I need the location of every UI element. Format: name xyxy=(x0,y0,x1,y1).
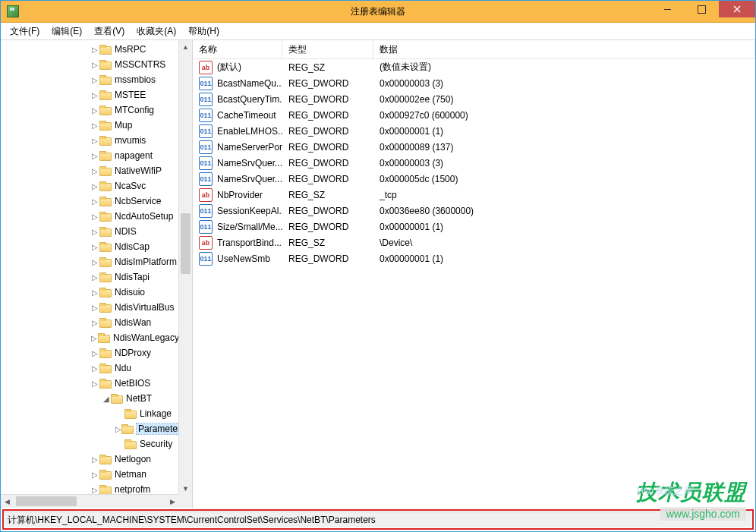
menu-help[interactable]: 帮助(H) xyxy=(182,24,225,39)
tree-item-mstee[interactable]: ▷MSTEE xyxy=(1,87,179,102)
tree-expander-icon[interactable]: ▷ xyxy=(90,486,99,494)
tree-expander-icon[interactable]: ▷ xyxy=(90,91,99,99)
column-header-name[interactable]: 名称 xyxy=(193,40,282,58)
tree-expander-icon[interactable]: ▷ xyxy=(90,228,99,236)
tree-expander-icon[interactable]: ◢ xyxy=(102,395,111,403)
list-row[interactable]: 011NameSrvQuer...REG_DWORD0x00000003 (3) xyxy=(193,155,755,171)
tree-expander-icon[interactable]: ▷ xyxy=(90,379,99,388)
tree-item-parameters[interactable]: ▷Parameters xyxy=(1,421,179,436)
tree-expander-icon[interactable]: ▷ xyxy=(90,106,99,115)
minimize-button[interactable] xyxy=(650,1,685,17)
tree-expander-icon[interactable]: ▷ xyxy=(90,334,98,342)
list-row[interactable]: abNbProviderREG_SZ_tcp xyxy=(193,187,755,203)
tree-item-netlogon[interactable]: ▷Netlogon xyxy=(1,452,179,467)
tree-item-mssmbios[interactable]: ▷mssmbios xyxy=(1,72,179,87)
scroll-thumb[interactable] xyxy=(16,496,77,506)
tree-item-ndiswanlegacy[interactable]: ▷NdisWanLegacy xyxy=(1,330,179,345)
tree-item-ncdautosetup[interactable]: ▷NcdAutoSetup xyxy=(1,209,179,224)
tree-item-msscntrs[interactable]: ▷MSSCNTRS xyxy=(1,57,179,72)
scroll-right-arrow-icon[interactable]: ▶ xyxy=(166,495,179,508)
tree-expander-icon[interactable]: ▷ xyxy=(115,425,121,433)
maximize-button[interactable] xyxy=(685,1,719,17)
list-row[interactable]: 011NameServerPortREG_DWORD0x00000089 (13… xyxy=(193,139,755,155)
list-row[interactable]: 011BcastQueryTim...REG_DWORD0x000002ee (… xyxy=(193,91,755,107)
tree-expander-icon[interactable]: ▷ xyxy=(90,273,99,282)
tree-item-netprofm[interactable]: ▷netprofm xyxy=(1,482,179,495)
tree-item-nativewifip[interactable]: ▷NativeWifiP xyxy=(1,163,179,178)
list-row[interactable]: 011CacheTimeoutREG_DWORD0x000927c0 (6000… xyxy=(193,107,755,123)
menu-favorites[interactable]: 收藏夹(A) xyxy=(131,24,182,39)
tree-expander-icon[interactable]: ▷ xyxy=(90,288,99,297)
scroll-left-arrow-icon[interactable]: ◀ xyxy=(1,495,14,508)
tree-item-ndisvirtualbus[interactable]: ▷NdisVirtualBus xyxy=(1,300,179,315)
scroll-corner xyxy=(179,495,192,508)
tree-expander-icon[interactable]: ▷ xyxy=(90,197,99,206)
tree-expander-icon[interactable]: ▷ xyxy=(90,212,99,221)
tree-expander-icon[interactable]: ▷ xyxy=(90,152,99,160)
tree-scroll[interactable]: ▷MsRPC▷MSSCNTRS▷mssmbios▷MSTEE▷MTConfig▷… xyxy=(1,40,179,495)
tree-expander-icon[interactable]: ▷ xyxy=(90,121,99,130)
tree-expander-icon[interactable]: ▷ xyxy=(90,349,99,357)
list-row[interactable]: 011Size/Small/Me...REG_DWORD0x00000001 (… xyxy=(193,219,755,235)
tree-item-ndu[interactable]: ▷Ndu xyxy=(1,360,179,376)
menu-edit[interactable]: 编辑(E) xyxy=(46,24,88,39)
tree-item-label: MsRPC xyxy=(115,44,146,55)
column-header-type[interactable]: 类型 xyxy=(282,40,373,58)
tree-expander-icon[interactable]: ▷ xyxy=(90,137,99,145)
list-row[interactable]: 011SessionKeepAl...REG_DWORD0x0036ee80 (… xyxy=(193,203,755,219)
close-button[interactable] xyxy=(719,1,755,17)
tree-item-netbios[interactable]: ▷NetBIOS xyxy=(1,376,179,391)
tree-item-netbt[interactable]: ◢NetBT xyxy=(1,391,179,406)
tree-item-linkage[interactable]: Linkage xyxy=(1,406,179,421)
scroll-down-arrow-icon[interactable]: ▼ xyxy=(179,482,192,495)
tree-expander-icon[interactable]: ▷ xyxy=(90,258,99,266)
folder-icon xyxy=(111,394,123,404)
list-row[interactable]: 011EnableLMHOS...REG_DWORD0x00000001 (1) xyxy=(193,123,755,139)
value-type: REG_DWORD xyxy=(282,222,373,232)
tree-item-ndproxy[interactable]: ▷NDProxy xyxy=(1,345,179,360)
value-name: BcastNameQu... xyxy=(217,78,282,89)
tree-expander-icon[interactable]: ▷ xyxy=(90,471,99,479)
tree-expander-icon[interactable]: ▷ xyxy=(90,304,99,312)
tree-expander-icon[interactable]: ▷ xyxy=(90,182,99,190)
tree-item-ndistapi[interactable]: ▷NdisTapi xyxy=(1,269,179,285)
list-row[interactable]: 011NameSrvQuer...REG_DWORD0x000005dc (15… xyxy=(193,171,755,187)
tree-item-netman[interactable]: ▷Netman xyxy=(1,467,179,482)
tree-expander-icon[interactable]: ▷ xyxy=(90,76,99,84)
list-row[interactable]: abTransportBind...REG_SZ\Device\ xyxy=(193,235,755,250)
tree-item-ndiswan[interactable]: ▷NdisWan xyxy=(1,315,179,330)
tree-item-napagent[interactable]: ▷napagent xyxy=(1,148,179,163)
tree-expander-icon[interactable]: ▷ xyxy=(90,167,99,175)
dword-value-icon: 011 xyxy=(199,124,213,138)
tree-expander-icon[interactable]: ▷ xyxy=(90,46,99,54)
tree-item-ndisimplatform[interactable]: ▷NdisImPlatform xyxy=(1,254,179,269)
tree-item-ndiscap[interactable]: ▷NdisCap xyxy=(1,239,179,254)
scroll-up-arrow-icon[interactable]: ▲ xyxy=(179,40,192,53)
list-row[interactable]: ab(默认)REG_SZ(数值未设置) xyxy=(193,59,755,75)
tree-item-mvumis[interactable]: ▷mvumis xyxy=(1,133,179,148)
menu-view[interactable]: 查看(V) xyxy=(88,24,131,39)
column-header-data[interactable]: 数据 xyxy=(373,40,755,58)
tree-item-ncasvc[interactable]: ▷NcaSvc xyxy=(1,178,179,194)
tree-item-msrpc[interactable]: ▷MsRPC xyxy=(1,42,179,57)
tree-item-ndis[interactable]: ▷NDIS xyxy=(1,224,179,239)
list-row[interactable]: 011BcastNameQu...REG_DWORD0x00000003 (3) xyxy=(193,75,755,91)
scroll-thumb[interactable] xyxy=(181,213,191,274)
tree-item-ndisuio[interactable]: ▷Ndisuio xyxy=(1,285,179,300)
tree-expander-icon[interactable]: ▷ xyxy=(90,455,99,464)
tree-expander-icon[interactable]: ▷ xyxy=(90,243,99,251)
tree-expander-icon[interactable]: ▷ xyxy=(90,319,99,327)
tree-vertical-scrollbar[interactable]: ▲ ▼ xyxy=(178,40,192,495)
menu-file[interactable]: 文件(F) xyxy=(4,24,46,39)
tree-expander-icon[interactable]: ▷ xyxy=(90,61,99,69)
tree-item-mup[interactable]: ▷Mup xyxy=(1,118,179,133)
value-data: _tcp xyxy=(373,190,755,200)
titlebar[interactable]: 注册表编辑器 xyxy=(1,1,755,23)
list-body[interactable]: ab(默认)REG_SZ(数值未设置)011BcastNameQu...REG_… xyxy=(193,59,755,508)
tree-item-ncbservice[interactable]: ▷NcbService xyxy=(1,194,179,209)
list-row[interactable]: 011UseNewSmbREG_DWORD0x00000001 (1) xyxy=(193,250,755,266)
tree-expander-icon[interactable]: ▷ xyxy=(90,364,99,373)
tree-item-mtconfig[interactable]: ▷MTConfig xyxy=(1,102,179,118)
tree-horizontal-scrollbar[interactable]: ◀ ▶ xyxy=(1,494,179,508)
tree-item-security[interactable]: Security xyxy=(1,436,179,452)
